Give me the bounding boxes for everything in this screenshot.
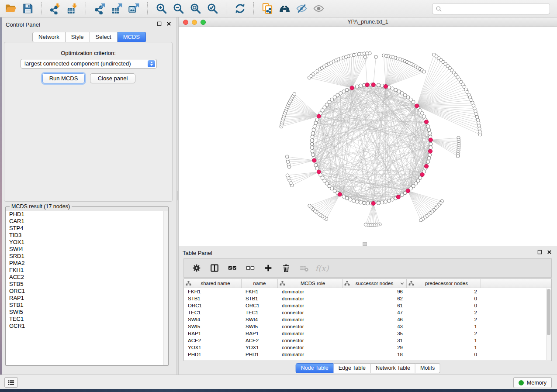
column-header-mcds-role[interactable]: MCDS role [278, 279, 343, 288]
save-icon[interactable] [21, 3, 34, 15]
columns-icon[interactable] [209, 263, 220, 273]
tab-motifs[interactable]: Motifs [415, 363, 440, 373]
graph-node[interactable] [422, 70, 426, 73]
show-all-icon[interactable] [312, 3, 325, 15]
mcds-result-item[interactable]: TEC1 [6, 316, 168, 323]
graph-node[interactable] [315, 167, 319, 170]
mcds-node[interactable] [384, 84, 387, 88]
splitter-grip[interactable] [177, 191, 178, 200]
zoom-fit-icon[interactable] [189, 3, 201, 15]
table-row[interactable]: PHD1PHD1dominator180 [184, 351, 551, 358]
graph-node[interactable] [310, 142, 314, 146]
graph-node[interactable] [311, 149, 314, 153]
graph-node[interactable] [366, 202, 370, 205]
mcds-node[interactable] [428, 149, 432, 153]
graph-node[interactable] [428, 132, 432, 135]
graph-node[interactable] [391, 87, 394, 90]
mcds-node[interactable] [365, 83, 369, 87]
graph-node[interactable] [345, 196, 349, 200]
mcds-result-item[interactable]: SWI5 [6, 309, 168, 316]
window-minimize-icon[interactable] [192, 20, 197, 25]
graph-node[interactable] [314, 121, 318, 125]
mcds-result-list[interactable]: PHD1CAR1STP4TID3YOX1SWI4SRD1PMA2FKH1ACE2… [6, 211, 168, 365]
delete-icon[interactable] [281, 263, 291, 273]
mcds-node[interactable] [429, 138, 432, 142]
table-row[interactable]: TEC1TEC1connector472 [184, 309, 551, 316]
close-panel-icon[interactable] [547, 250, 552, 254]
mcds-result-item[interactable]: PMA2 [6, 260, 168, 267]
horizontal-splitter-grip[interactable] [363, 242, 367, 246]
duplicate-network-icon[interactable] [261, 3, 273, 15]
mcds-node[interactable] [425, 120, 429, 124]
graph-node[interactable] [420, 112, 424, 115]
scrollbar-thumb[interactable] [547, 289, 550, 335]
refresh-icon[interactable] [234, 3, 246, 15]
graph-node[interactable] [349, 198, 352, 201]
graph-node[interactable] [345, 88, 349, 92]
graph-node[interactable] [342, 195, 346, 198]
graph-node[interactable] [412, 100, 415, 104]
graph-node[interactable] [394, 88, 398, 92]
sort-desc-icon[interactable] [400, 281, 405, 286]
graph-node[interactable] [478, 133, 482, 136]
graph-node[interactable] [428, 153, 432, 157]
select-all-icon[interactable] [227, 263, 238, 273]
table-row[interactable]: RAP1RAP1dominator352 [184, 330, 551, 337]
window-maximize-icon[interactable] [201, 20, 206, 25]
network-graph[interactable] [179, 27, 557, 246]
close-panel-button[interactable]: Close panel [90, 73, 135, 83]
graph-node[interactable] [285, 155, 289, 158]
mcds-node[interactable] [415, 104, 419, 108]
graph-node[interactable] [377, 201, 380, 205]
search-box[interactable] [432, 3, 550, 14]
float-panel-icon[interactable] [157, 21, 162, 26]
search-input[interactable] [444, 4, 550, 13]
graph-node[interactable] [377, 83, 380, 87]
mcds-node[interactable] [317, 170, 321, 174]
gear-icon[interactable] [191, 263, 202, 273]
graph-node[interactable] [356, 200, 359, 203]
graph-node[interactable] [313, 125, 316, 128]
graph-node[interactable] [311, 132, 315, 135]
graph-node[interactable] [400, 193, 404, 196]
mcds-result-item[interactable]: SWI4 [6, 246, 168, 253]
mcds-result-item[interactable]: YOX1 [6, 239, 168, 246]
zoom-in-icon[interactable] [155, 3, 167, 15]
tab-select[interactable]: Select [90, 32, 118, 42]
graph-node[interactable] [342, 90, 346, 93]
mcds-node[interactable] [406, 189, 410, 193]
graph-node[interactable] [310, 139, 314, 142]
graph-node[interactable] [419, 219, 423, 222]
tab-network-table[interactable]: Network Table [371, 363, 415, 373]
open-folder-icon[interactable] [4, 3, 17, 15]
close-panel-icon[interactable] [166, 21, 171, 26]
mcds-node[interactable] [338, 193, 342, 196]
tab-edge-table[interactable]: Edge Table [334, 363, 371, 373]
graph-node[interactable] [391, 198, 394, 201]
graph-node[interactable] [427, 128, 431, 132]
mcds-node[interactable] [312, 158, 316, 162]
mcds-result-item[interactable]: SRD1 [6, 253, 168, 260]
tab-node-table[interactable]: Node Table [296, 363, 334, 373]
graph-node[interactable] [363, 55, 367, 59]
column-header-shared-name[interactable]: shared name [184, 279, 242, 288]
graph-node[interactable] [364, 223, 367, 227]
graph-node[interactable] [356, 85, 359, 88]
mcds-node[interactable] [371, 83, 375, 87]
graph-node[interactable] [397, 90, 401, 93]
zoom-selected-icon[interactable] [206, 3, 218, 15]
export-network-icon[interactable] [93, 3, 106, 15]
add-icon[interactable] [263, 263, 273, 273]
binoculars-icon[interactable] [278, 3, 291, 15]
graph-node[interactable] [387, 199, 391, 203]
export-table-icon[interactable] [111, 3, 123, 15]
mcds-result-item[interactable]: STP4 [6, 225, 168, 232]
mcds-node[interactable] [420, 172, 424, 176]
mcds-node[interactable] [396, 195, 400, 199]
mcds-node[interactable] [371, 201, 375, 205]
network-canvas[interactable] [179, 27, 557, 246]
import-network-icon[interactable] [49, 3, 61, 15]
hide-selected-icon[interactable] [295, 3, 308, 15]
network-window-titlebar[interactable]: YPA_prune.txt_1 [179, 17, 557, 27]
graph-node[interactable] [374, 55, 378, 59]
